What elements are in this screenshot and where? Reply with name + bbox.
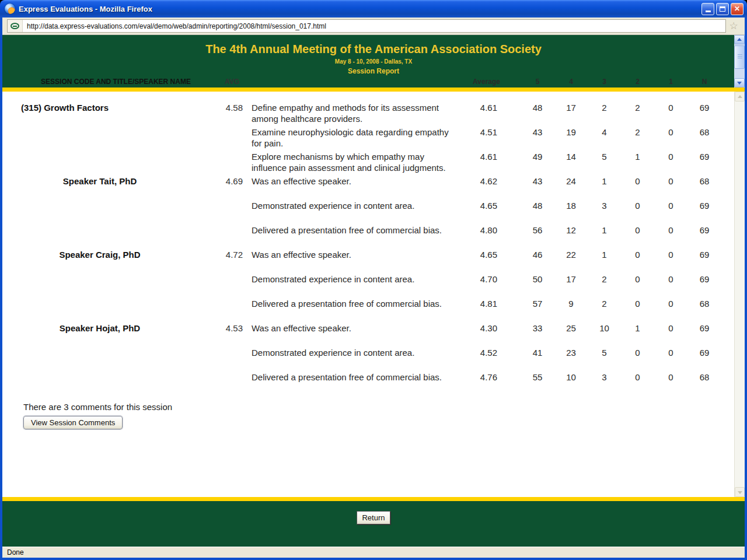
- row-average: 4.62: [452, 176, 521, 187]
- row-count-3: 5: [588, 347, 621, 358]
- scroll-down-icon[interactable]: [734, 78, 745, 88]
- row-count-5: 57: [521, 298, 554, 309]
- row-count-n: 69: [687, 102, 721, 113]
- scrollbar-thumb[interactable]: [734, 46, 745, 69]
- window-titlebar[interactable]: Express Evaluations - Mozilla Firefox ✕: [0, 0, 747, 18]
- row-count-5: 41: [521, 347, 554, 358]
- row-count-4: 24: [554, 176, 588, 187]
- close-button[interactable]: ✕: [731, 3, 743, 15]
- row-count-2: 1: [621, 323, 654, 334]
- url-bar[interactable]: http://data.express-evaluations.com/eval…: [7, 19, 726, 33]
- report-label: Session Report: [2, 67, 745, 75]
- row-item: Was an effective speaker.: [252, 176, 452, 187]
- row-count-2: 0: [621, 372, 654, 383]
- maximize-button[interactable]: [716, 3, 729, 15]
- page-title: The 4th Annual Meeting of the American A…: [2, 35, 745, 56]
- scroll-down-icon[interactable]: [735, 487, 745, 497]
- report-content-frame: (315) Growth Factors 4.58 Define empathy…: [2, 92, 745, 497]
- row-count-1: 0: [654, 102, 687, 113]
- row-count-n: 69: [687, 323, 721, 334]
- table-row: Demonstrated experience in content area.…: [4, 274, 721, 298]
- row-count-1: 0: [654, 151, 687, 162]
- scroll-up-icon[interactable]: [735, 92, 745, 102]
- table-row: (315) Growth Factors 4.58 Define empathy…: [4, 102, 721, 127]
- row-count-4: 22: [554, 249, 588, 260]
- row-count-5: 43: [521, 176, 554, 187]
- row-count-3: 10: [588, 323, 621, 334]
- row-item: Delivered a presentation free of commerc…: [252, 372, 452, 383]
- row-count-3: 4: [588, 127, 621, 138]
- row-count-2: 2: [621, 102, 654, 113]
- report-header-frame: The 4th Annual Meeting of the American A…: [2, 35, 745, 88]
- window-title: Express Evaluations - Mozilla Firefox: [19, 5, 698, 13]
- row-count-2: 0: [621, 347, 654, 358]
- column-2: 2: [621, 78, 654, 86]
- row-item: Was an effective speaker.: [252, 249, 452, 260]
- row-count-1: 0: [654, 249, 687, 260]
- column-avg: AVG: [196, 78, 243, 86]
- row-count-3: 5: [588, 151, 621, 162]
- row-count-4: 19: [554, 127, 588, 138]
- minimize-icon: [706, 10, 711, 12]
- row-item: Delivered a presentation free of commerc…: [252, 225, 452, 236]
- column-item-spacer: [252, 78, 452, 86]
- row-item: Examine neurophysiologic data regarding …: [252, 127, 452, 149]
- app-body: http://data.express-evaluations.com/eval…: [0, 18, 747, 560]
- bookmark-star-icon[interactable]: ☆: [726, 18, 741, 34]
- row-count-1: 0: [654, 176, 687, 187]
- close-icon: ✕: [734, 5, 740, 13]
- row-item: Explore mechanisms by which empathy may …: [252, 151, 452, 173]
- row-count-2: 0: [621, 298, 654, 309]
- view-session-comments-button[interactable]: View Session Comments: [23, 416, 123, 429]
- column-session: SESSION CODE AND TITLE/SPEAKER NAME: [4, 78, 196, 86]
- row-count-2: 0: [621, 225, 654, 236]
- row-count-1: 0: [654, 347, 687, 358]
- row-count-3: 3: [588, 372, 621, 383]
- row-count-2: 0: [621, 274, 654, 285]
- table-row: Demonstrated experience in content area.…: [4, 200, 721, 225]
- row-avg: 4.69: [196, 176, 243, 187]
- status-bar: Done: [2, 547, 745, 558]
- firefox-icon: [5, 4, 15, 14]
- row-item: Was an effective speaker.: [252, 323, 452, 334]
- table-row: Delivered a presentation free of commerc…: [4, 298, 721, 323]
- row-average: 4.52: [452, 347, 521, 358]
- yellow-divider-top: [2, 88, 745, 92]
- table-row: Speaker Hojat, PhD 4.53 Was an effective…: [4, 323, 721, 347]
- row-count-1: 0: [654, 127, 687, 138]
- scroll-up-icon[interactable]: [734, 35, 745, 44]
- return-button[interactable]: Return: [357, 511, 390, 524]
- row-count-n: 68: [687, 127, 721, 138]
- report-rows: (315) Growth Factors 4.58 Define empathy…: [2, 92, 745, 396]
- row-count-2: 0: [621, 176, 654, 187]
- row-average: 4.65: [452, 200, 521, 211]
- row-avg: 4.72: [196, 249, 243, 260]
- row-count-3: 1: [588, 249, 621, 260]
- row-label: Speaker Craig, PhD: [4, 249, 196, 260]
- maximize-icon: [720, 6, 725, 12]
- url-text[interactable]: http://data.express-evaluations.com/eval…: [23, 22, 326, 30]
- row-avg: 4.53: [196, 323, 243, 334]
- row-count-n: 69: [687, 249, 721, 260]
- navigation-toolbar: http://data.express-evaluations.com/eval…: [2, 18, 745, 35]
- row-count-5: 43: [521, 127, 554, 138]
- row-average: 4.30: [452, 323, 521, 334]
- express-evaluations-favicon: [11, 23, 19, 29]
- row-count-1: 0: [654, 274, 687, 285]
- minimize-button[interactable]: [701, 3, 714, 15]
- row-count-5: 55: [521, 372, 554, 383]
- table-row: Examine neurophysiologic data regarding …: [4, 127, 721, 151]
- content-frame-scrollbar[interactable]: [734, 92, 745, 497]
- header-frame-scrollbar[interactable]: [734, 35, 745, 88]
- column-n: N: [687, 78, 721, 86]
- row-item: Define empathy and methods for its asses…: [252, 102, 452, 124]
- row-count-4: 9: [554, 298, 588, 309]
- row-item: Demonstrated experience in content area.: [252, 347, 452, 358]
- row-average: 4.80: [452, 225, 521, 236]
- row-count-1: 0: [654, 323, 687, 334]
- site-favicon-box: [8, 20, 23, 32]
- row-count-5: 48: [521, 102, 554, 113]
- row-count-3: 1: [588, 176, 621, 187]
- row-count-3: 2: [588, 274, 621, 285]
- row-label: Speaker Hojat, PhD: [4, 323, 196, 334]
